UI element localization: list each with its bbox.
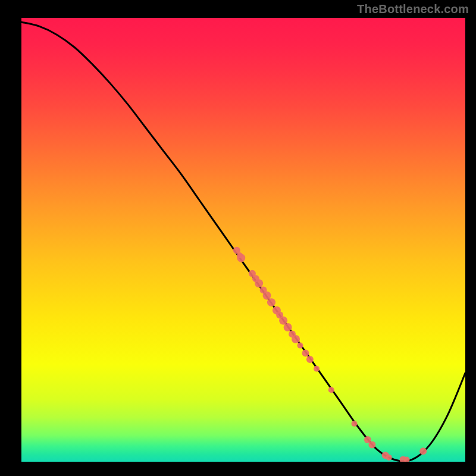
data-point (302, 349, 309, 356)
gradient-background (21, 18, 465, 462)
chart-svg (21, 18, 465, 462)
data-point (284, 323, 292, 331)
watermark-label: TheBottleneck.com (357, 2, 469, 16)
data-point (352, 421, 358, 427)
data-point (314, 366, 320, 372)
data-point (328, 387, 334, 393)
data-point (255, 279, 263, 287)
data-point (297, 343, 303, 349)
data-point (306, 356, 314, 363)
chart-stage: TheBottleneck.com (0, 0, 476, 476)
data-point (368, 441, 375, 449)
data-point (237, 254, 245, 262)
plot-area (21, 18, 465, 462)
data-point (386, 455, 392, 461)
data-point (292, 335, 300, 343)
data-point (267, 298, 275, 306)
data-point (419, 447, 427, 455)
